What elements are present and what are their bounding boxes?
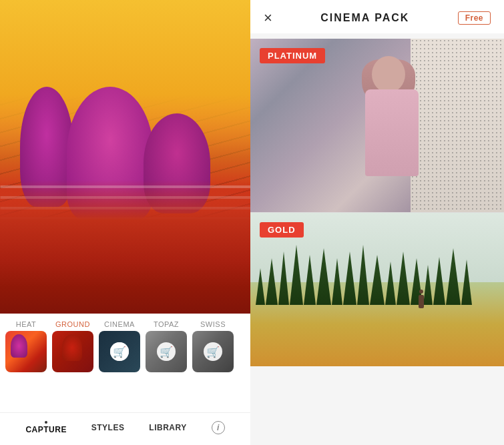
info-icon: i — [217, 423, 219, 432]
filter-thumb-topaz[interactable]: 🛒 — [146, 331, 187, 372]
filter-tab-ground[interactable]: GROUND — [52, 320, 93, 372]
nav-styles[interactable]: STYLES — [91, 423, 125, 432]
info-button[interactable]: i — [212, 421, 225, 434]
nav-library[interactable]: LIBRARY — [149, 423, 186, 432]
free-badge: Free — [458, 11, 491, 25]
lt-6 — [316, 248, 331, 305]
nav-label-capture: CAPTURE — [25, 425, 67, 434]
filter-image-gold: GOLD — [250, 213, 504, 366]
filter-tab-swiss[interactable]: SWISS 🛒 — [192, 320, 234, 372]
filter-card-gold[interactable]: GOLD — [250, 213, 504, 366]
lt-14 — [423, 265, 433, 305]
bottom-nav: CAPTURE STYLES LIBRARY i — [0, 412, 250, 445]
filter-swiss-label: SWISS — [200, 320, 226, 328]
girl-figure — [345, 56, 452, 209]
girl-body — [365, 89, 419, 176]
left-panel: HEAT GROUND CINEMA 🛒 TOPAZ 🛒 — [0, 0, 250, 445]
close-button[interactable]: × — [264, 11, 272, 25]
lt-5 — [304, 255, 316, 305]
landscape-trees — [250, 245, 504, 305]
filter-tab-heat[interactable]: HEAT — [5, 320, 47, 372]
lt-12 — [397, 252, 410, 305]
filter-tab-cinema[interactable]: CINEMA 🛒 — [99, 320, 140, 372]
right-header: × CINEMA PACK Free — [250, 0, 504, 33]
cart-icon-topaz: 🛒 — [160, 346, 173, 358]
nav-label-library: LIBRARY — [149, 423, 186, 432]
lt-10 — [370, 255, 385, 305]
filter-thumb-swiss[interactable]: 🛒 — [192, 331, 234, 372]
platinum-badge: PLATINUM — [260, 48, 325, 63]
nav-label-styles: STYLES — [91, 423, 125, 432]
filter-tab-topaz[interactable]: TOPAZ 🛒 — [146, 320, 187, 372]
lt-16 — [446, 248, 461, 305]
filter-heat-label: HEAT — [16, 320, 37, 328]
filter-topaz-label: TOPAZ — [154, 320, 179, 328]
lt-9 — [357, 245, 369, 305]
lt-2 — [266, 258, 278, 305]
filter-tabs: HEAT GROUND CINEMA 🛒 TOPAZ 🛒 — [0, 314, 250, 375]
nav-dot-capture — [45, 421, 47, 424]
nav-capture[interactable]: CAPTURE — [25, 421, 67, 434]
road-stripe — [0, 180, 250, 314]
filter-cinema-label: CINEMA — [104, 320, 135, 328]
filter-thumb-cinema[interactable]: 🛒 — [99, 331, 140, 372]
filter-image-platinum: PLATINUM — [250, 39, 504, 212]
filter-thumb-ground[interactable] — [52, 331, 93, 372]
filter-ground-label: GROUND — [55, 320, 90, 328]
lt-1 — [256, 268, 265, 305]
lt-4 — [290, 245, 303, 305]
gold-badge: GOLD — [260, 222, 304, 238]
cart-icon-swiss: 🛒 — [206, 346, 220, 358]
tree-2 — [67, 87, 154, 220]
lt-7 — [332, 258, 342, 305]
filter-card-platinum[interactable]: PLATINUM — [250, 39, 504, 212]
lt-8 — [343, 252, 356, 305]
girl-head — [372, 56, 405, 93]
main-photo — [0, 0, 250, 314]
panel-title: CINEMA PACK — [320, 12, 409, 24]
lt-11 — [385, 262, 396, 305]
lt-15 — [433, 257, 445, 305]
cart-icon-cinema: 🛒 — [113, 346, 126, 358]
lt-3 — [278, 252, 289, 305]
filter-list: PLATINUM — [250, 33, 504, 445]
filter-thumb-heat[interactable] — [5, 331, 47, 372]
tree-1 — [20, 87, 73, 207]
tree-3 — [144, 113, 210, 213]
right-panel: × CINEMA PACK Free PLATINUM — [250, 0, 504, 445]
left-bottom: HEAT GROUND CINEMA 🛒 TOPAZ 🛒 — [0, 314, 250, 445]
lt-17 — [461, 260, 472, 305]
person-figure — [419, 295, 424, 308]
